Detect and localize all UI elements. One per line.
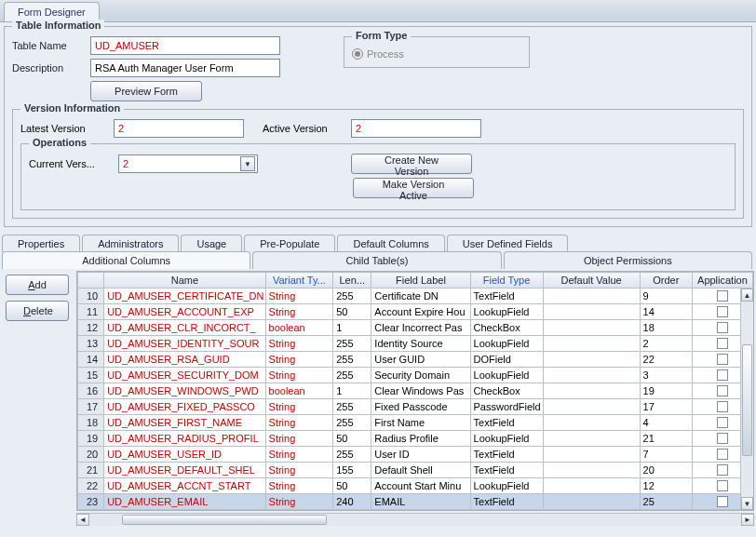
tab-user-defined-fields[interactable]: User Defined Fields	[447, 235, 569, 252]
tab-properties[interactable]: Properties	[2, 235, 80, 252]
column-header[interactable]: Len...	[333, 273, 371, 289]
form-type-legend: Form Type	[352, 30, 411, 41]
table-row[interactable]: 17UD_AMUSER_FIXED_PASSCOString255Fixed P…	[78, 399, 753, 415]
tab-administrators[interactable]: Administrators	[82, 235, 179, 252]
table-name-input[interactable]	[90, 36, 280, 55]
column-header[interactable]: Default Value	[543, 273, 640, 289]
table-row[interactable]: 23UD_AMUSER_EMAILString240EMAILTextField…	[78, 494, 753, 510]
application-checkbox[interactable]	[717, 290, 728, 302]
application-checkbox[interactable]	[717, 338, 728, 349]
add-button[interactable]: Add	[6, 275, 69, 295]
process-radio	[352, 48, 363, 60]
application-checkbox[interactable]	[717, 306, 728, 317]
tab-usage[interactable]: Usage	[181, 235, 242, 252]
operations-legend: Operations	[29, 137, 90, 148]
tab-object-permissions[interactable]: Object Permissions	[504, 251, 752, 269]
scroll-thumb[interactable]	[742, 344, 752, 456]
table-row[interactable]: 16UD_AMUSER_WINDOWS_PWDboolean1Clear Win…	[78, 383, 753, 399]
version-info-legend: Version Information	[20, 102, 124, 114]
table-row[interactable]: 22UD_AMUSER_ACCNT_STARTString50Account S…	[78, 478, 753, 494]
delete-button[interactable]: Delete	[6, 301, 69, 321]
process-radio-label: Process	[367, 48, 404, 60]
description-input[interactable]	[90, 59, 280, 77]
description-label: Description	[12, 62, 90, 74]
preview-form-button[interactable]: Preview Form	[90, 81, 202, 101]
table-name-label: Table Name	[12, 40, 90, 51]
table-info-legend: Table Information	[12, 20, 104, 31]
active-version-label: Active Version	[263, 123, 351, 134]
table-row[interactable]: 18UD_AMUSER_FIRST_NAMEString255First Nam…	[78, 415, 753, 431]
application-checkbox[interactable]	[717, 449, 728, 460]
tab-additional-columns[interactable]: Additional Columns	[2, 251, 250, 269]
table-row[interactable]: 21UD_AMUSER_DEFAULT_SHELString155Default…	[78, 463, 753, 478]
table-row[interactable]: 12UD_AMUSER_CLR_INCORCT_boolean1Clear In…	[78, 320, 753, 336]
application-checkbox[interactable]	[717, 322, 728, 333]
chevron-down-icon: ▼	[240, 156, 255, 171]
application-checkbox[interactable]	[717, 433, 728, 444]
current-version-select[interactable]: 2 ▼	[118, 154, 258, 173]
application-checkbox[interactable]	[717, 417, 728, 428]
hscroll-thumb[interactable]	[122, 515, 327, 525]
column-header[interactable]: Field Label	[371, 273, 470, 289]
table-row[interactable]: 11UD_AMUSER_ACCOUNT_EXPString50Account E…	[78, 304, 753, 320]
application-checkbox[interactable]	[717, 464, 728, 476]
application-checkbox[interactable]	[717, 480, 728, 491]
tab-pre-populate[interactable]: Pre-Populate	[244, 235, 335, 252]
latest-version-input[interactable]	[114, 119, 244, 138]
table-row[interactable]: 13UD_AMUSER_IDENTITY_SOURString255Identi…	[78, 336, 753, 352]
tab-default-columns[interactable]: Default Columns	[337, 235, 444, 252]
horizontal-scrollbar[interactable]: ◄ ►	[76, 513, 754, 526]
latest-version-label: Latest Version	[20, 123, 114, 134]
scroll-right-icon[interactable]: ►	[741, 514, 754, 526]
application-checkbox[interactable]	[717, 385, 728, 396]
table-row[interactable]: 15UD_AMUSER_SECURITY_DOMString255Securit…	[78, 368, 753, 383]
make-version-active-button[interactable]: Make Version Active	[353, 178, 474, 198]
current-version-label: Current Vers...	[29, 158, 118, 169]
table-row[interactable]: 19UD_AMUSER_RADIUS_PROFILString50Radius …	[78, 431, 753, 447]
column-header[interactable]: Order	[640, 273, 692, 289]
column-header[interactable]	[78, 273, 104, 289]
tab-form-designer[interactable]: Form Designer	[4, 2, 100, 21]
table-row[interactable]: 14UD_AMUSER_RSA_GUIDString255User GUIDDO…	[78, 352, 753, 368]
scroll-down-icon[interactable]: ▼	[741, 497, 753, 510]
active-version-input[interactable]	[351, 119, 481, 138]
column-header[interactable]: Field Type	[470, 273, 543, 289]
table-row[interactable]: 10UD_AMUSER_CERTIFICATE_DNString255Certi…	[78, 289, 753, 304]
application-checkbox[interactable]	[717, 369, 728, 381]
scroll-left-icon[interactable]: ◄	[76, 514, 89, 526]
tab-child-table(s)[interactable]: Child Table(s)	[252, 251, 501, 269]
column-header[interactable]: Name	[104, 273, 265, 289]
column-header[interactable]: Variant Ty...	[265, 273, 333, 289]
application-checkbox[interactable]	[717, 496, 728, 507]
create-new-version-button[interactable]: Create New Version	[351, 154, 472, 174]
application-checkbox[interactable]	[717, 401, 728, 412]
vertical-scrollbar[interactable]: ▲ ▼	[740, 289, 753, 510]
scroll-up-icon[interactable]: ▲	[741, 289, 753, 302]
table-row[interactable]: 20UD_AMUSER_USER_IDString255User IDTextF…	[78, 447, 753, 463]
column-header[interactable]: Application	[692, 273, 752, 289]
application-checkbox[interactable]	[717, 354, 728, 365]
